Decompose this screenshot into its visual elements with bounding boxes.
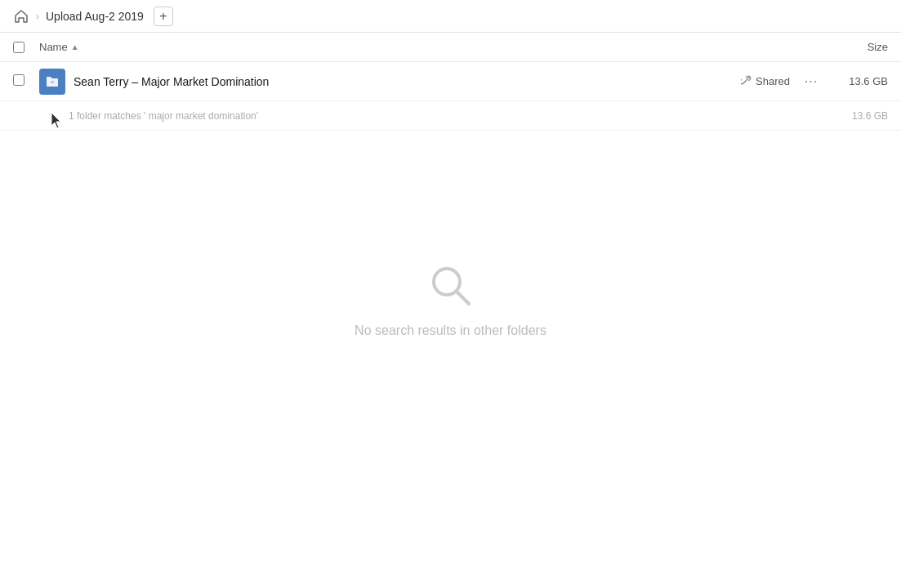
breadcrumb-title: Upload Aug-2 2019 xyxy=(46,10,144,23)
file-size: 13.6 GB xyxy=(823,75,888,87)
home-icon[interactable] xyxy=(13,8,29,24)
folder-icon xyxy=(39,69,65,95)
row-checkbox[interactable] xyxy=(13,74,29,88)
match-info-row: 1 folder matches ' major market dominati… xyxy=(0,101,901,131)
svg-line-1 xyxy=(457,292,469,304)
empty-state: No search results in other folders xyxy=(0,261,901,338)
breadcrumb-separator: › xyxy=(36,11,39,22)
file-meta: Shared ··· xyxy=(741,70,823,93)
more-options-button[interactable]: ··· xyxy=(800,70,823,93)
select-all-checkbox[interactable] xyxy=(13,42,29,53)
name-column-header[interactable]: Name ▲ xyxy=(39,41,823,53)
shared-badge: Shared xyxy=(741,74,790,88)
match-text: 1 folder matches ' major market dominati… xyxy=(69,110,823,122)
file-name: Sean Terry – Major Market Domination xyxy=(74,75,741,88)
checkbox-all[interactable] xyxy=(13,42,25,53)
sort-arrow-icon: ▲ xyxy=(71,42,79,51)
table-row[interactable]: Sean Terry – Major Market Domination Sha… xyxy=(0,62,901,101)
add-folder-button[interactable]: + xyxy=(154,7,173,26)
link-icon xyxy=(741,74,752,88)
checkbox-row[interactable] xyxy=(13,74,25,86)
column-headers: Name ▲ Size xyxy=(0,33,901,62)
top-nav: › Upload Aug-2 2019 + xyxy=(0,0,901,33)
empty-search-icon xyxy=(426,261,475,310)
empty-label: No search results in other folders xyxy=(355,323,546,338)
shared-label: Shared xyxy=(756,75,790,87)
match-size: 13.6 GB xyxy=(823,110,888,122)
size-column-header[interactable]: Size xyxy=(823,41,888,53)
